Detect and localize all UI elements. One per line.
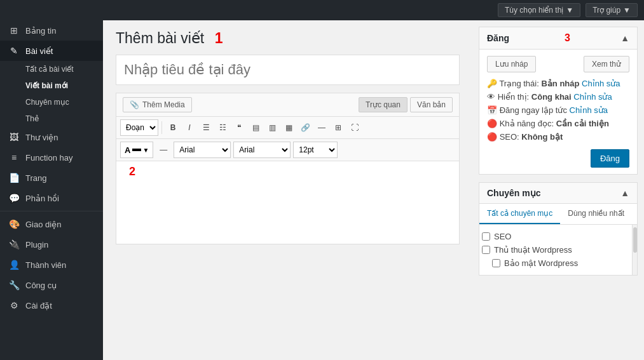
sidebar-sub-tags[interactable]: Thẻ <box>0 110 103 127</box>
sidebar-item-tools[interactable]: 🔧 Công cụ <box>0 275 103 295</box>
sidebar-comments-label: Phản hồi <box>25 194 59 203</box>
text-view-btn[interactable]: Văn bản <box>410 97 453 112</box>
fullscreen-btn[interactable]: ⛶ <box>347 120 362 135</box>
bold-btn[interactable]: B <box>165 120 181 135</box>
calendar-icon: 📅 <box>487 105 500 115</box>
add-media-button[interactable]: 📎 Thêm Media <box>123 97 192 112</box>
category-item-seo: SEO <box>479 230 637 243</box>
sidebar-item-function[interactable]: ≡ Function hay <box>0 147 103 168</box>
visibility-edit-link[interactable]: Chỉnh sửa <box>573 92 612 102</box>
publish-title: Đăng <box>487 33 509 43</box>
save-draft-label: Lưu nháp <box>495 60 528 69</box>
publish-collapse-icon[interactable]: ▲ <box>620 33 629 43</box>
sidebar-item-dashboard[interactable]: ⊞ Bảng tin <box>0 20 103 41</box>
sidebar-item-settings[interactable]: ⚙ Cài đặt <box>0 295 103 316</box>
font-size-select[interactable]: 12pt <box>293 142 338 158</box>
sidebar-item-pages[interactable]: 📄 Trang <box>0 168 103 188</box>
text-color-btn[interactable]: A ▼ <box>120 142 153 158</box>
align-left-btn[interactable]: ▤ <box>248 120 263 135</box>
sidebar-divider-1 <box>0 211 103 211</box>
category-checkbox-seo[interactable] <box>482 232 490 241</box>
visual-view-btn[interactable]: Trực quan <box>359 97 408 112</box>
align-right-btn[interactable]: ▦ <box>281 120 296 135</box>
dash-btn[interactable]: — <box>156 142 171 157</box>
help-btn[interactable]: Trợ giúp ▼ <box>586 3 638 17</box>
editor-number-badge: 2 <box>129 165 135 178</box>
publish-btn[interactable]: Đăng <box>591 149 629 168</box>
sidebar-item-library[interactable]: 🖼 Thư viện <box>0 127 103 147</box>
settings-icon: ⚙ <box>8 300 20 310</box>
tab-all-categories[interactable]: Tất cả chuyên mục <box>479 204 560 224</box>
status-edit-link[interactable]: Chỉnh sửa <box>582 79 620 88</box>
category-panel-header: Chuyên mục ▲ <box>479 183 637 204</box>
sidebar-category-label: Chuyên mục <box>25 98 69 107</box>
dashboard-icon: ⊞ <box>8 25 20 36</box>
sidebar-dashboard-label: Bảng tin <box>25 26 56 36</box>
sidebar-item-comments[interactable]: 💬 Phản hồi <box>0 188 103 208</box>
preview-btn[interactable]: Xem thử <box>584 56 629 72</box>
category-name-wordpress-security: Bảo mật Wordpress <box>504 258 578 268</box>
sidebar: ⊞ Bảng tin ✎ Bài viết Tất cả bài viết Vi… <box>0 20 103 360</box>
color-swatch <box>132 149 141 151</box>
editor-top-bar: 📎 Thêm Media Trực quan Văn bản <box>116 93 459 117</box>
seo-icon: 🔴 <box>487 132 500 142</box>
content-area: Thêm bài viết 1 📎 Thêm Media Trực quan V… <box>103 20 472 360</box>
visibility-icon: 👁 <box>487 92 498 102</box>
title-input[interactable] <box>116 55 460 85</box>
chevron-down-icon: ▼ <box>566 6 573 15</box>
align-center-btn[interactable]: ▥ <box>264 120 280 135</box>
sidebar-pages-label: Trang <box>25 173 46 183</box>
sidebar-sub-all-posts[interactable]: Tất cả bài viết <box>0 61 103 77</box>
category-title: Chuyên mục <box>487 188 540 198</box>
quote-btn[interactable]: ❝ <box>231 120 247 135</box>
format-select[interactable]: Đoạn <box>120 119 158 136</box>
sidebar-item-plugins[interactable]: 🔌 Plugin <box>0 234 103 255</box>
sidebar-settings-label: Cài đặt <box>25 301 52 310</box>
readability-row: 🔴 Khả năng đọc: Cần cải thiện <box>487 119 629 128</box>
readability-label: Khả năng đọc: <box>500 119 554 128</box>
font-family-select[interactable]: Arial <box>174 142 231 158</box>
status-row: 🔑 Trạng thái: Bản nháp Chỉnh sửa <box>487 79 629 88</box>
scrollbar-thumb[interactable] <box>633 227 637 253</box>
sidebar-posts-label: Bài viết <box>25 46 53 56</box>
publish-actions: Lưu nháp Xem thử <box>487 56 629 72</box>
tab-popular-categories[interactable]: Dùng nhiều nhất <box>560 204 632 224</box>
sidebar-function-label: Function hay <box>25 153 72 163</box>
add-media-label: Thêm Media <box>142 100 185 109</box>
category-item-wordpress-tricks: Thủ thuật Wordpress <box>479 243 637 257</box>
sidebar-tools-label: Công cụ <box>25 281 57 290</box>
more-btn[interactable]: — <box>314 120 329 135</box>
category-collapse-icon[interactable]: ▲ <box>620 188 629 198</box>
link-btn[interactable]: 🔗 <box>298 120 313 135</box>
sidebar-all-posts-label: Tất cả bài viết <box>25 65 74 74</box>
sidebar-item-posts[interactable]: ✎ Bài viết <box>0 41 103 61</box>
scrollbar-track <box>632 225 637 275</box>
tools-icon: 🔧 <box>8 280 20 290</box>
category-checkbox-wordpress-security[interactable] <box>492 259 500 267</box>
category-panel: Chuyên mục ▲ Tất cả chuyên mục Dùng nhiề… <box>479 182 638 276</box>
sidebar-sub-new-post[interactable]: Viết bài mới <box>0 77 103 94</box>
status-icon: 🔑 <box>487 79 499 88</box>
visibility-label: Hiển thị: <box>498 92 530 102</box>
category-list: SEO Thủ thuật Wordpress Bảo mật Wordpres… <box>479 225 637 275</box>
visibility-row: 👁 Hiển thị: Công khai Chỉnh sửa <box>487 92 629 102</box>
display-options-btn[interactable]: Tùy chọn hiển thị ▼ <box>498 3 580 17</box>
seo-row: 🔴 SEO: Không bật <box>487 132 629 142</box>
ul-btn[interactable]: ☰ <box>198 120 214 135</box>
help-label: Trợ giúp <box>593 6 620 15</box>
italic-btn[interactable]: I <box>182 120 197 135</box>
sidebar-sub-category[interactable]: Chuyên mục <box>0 94 103 110</box>
ol-btn[interactable]: ☷ <box>215 120 230 135</box>
save-draft-btn[interactable]: Lưu nháp <box>487 56 536 72</box>
table-btn[interactable]: ⊞ <box>331 120 346 135</box>
editor-body[interactable]: 2 <box>116 161 459 244</box>
sidebar-item-users[interactable]: 👤 Thành viên <box>0 255 103 275</box>
publish-date-edit-link[interactable]: Chỉnh sửa <box>570 105 608 115</box>
appearance-icon: 🎨 <box>8 219 20 229</box>
plugins-icon: 🔌 <box>8 239 20 250</box>
sidebar-item-appearance[interactable]: 🎨 Giao diện <box>0 214 103 234</box>
category-checkbox-wordpress-tricks[interactable] <box>482 246 490 254</box>
readability-value: Cần cải thiện <box>556 119 609 128</box>
preview-label: Xem thử <box>592 60 621 69</box>
font-family-select2[interactable]: Arial <box>233 142 291 158</box>
